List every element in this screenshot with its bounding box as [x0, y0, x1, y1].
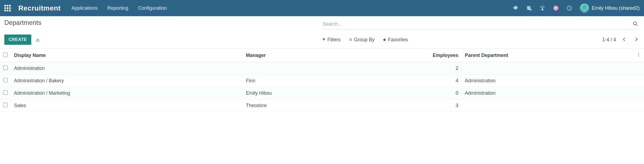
cell-manager [243, 62, 410, 75]
cell-parent-department [462, 100, 633, 112]
filter-bar: Filters Group By Favorites 1-4 / 4 [322, 36, 640, 44]
support-icon[interactable] [553, 5, 559, 11]
search-button[interactable] [632, 20, 639, 28]
favorites-dropdown[interactable]: Favorites [383, 37, 408, 43]
cell-display-name: Administration [11, 62, 243, 75]
star-icon [383, 38, 386, 42]
svg-point-11 [638, 56, 639, 56]
col-employees[interactable]: Employees [410, 49, 462, 62]
apps-menu-icon[interactable] [4, 5, 11, 11]
download-icon [35, 37, 40, 42]
pager-range: 1-4 / 4 [602, 37, 616, 43]
app-brand[interactable]: Recruitment [18, 4, 61, 12]
row-checkbox[interactable] [3, 90, 8, 95]
cell-parent-department: Administration [462, 75, 633, 87]
search-bar [322, 19, 640, 30]
nav-item-applications[interactable]: Applications [71, 5, 98, 11]
page-title: Departments [4, 19, 41, 26]
cell-display-name: Sales [11, 100, 243, 112]
cell-manager: Theodore [243, 100, 410, 112]
row-spacer [633, 100, 644, 112]
cell-employees: 0 [410, 87, 462, 100]
cell-employees: 3 [410, 100, 462, 112]
svg-point-0 [553, 6, 558, 11]
chevron-right-icon [634, 37, 639, 42]
cell-parent-department [462, 62, 633, 75]
avatar [580, 4, 589, 13]
table-row[interactable]: Administration / BakeryFinn4Administrati… [0, 75, 644, 87]
svg-point-4 [633, 22, 637, 25]
svg-line-5 [636, 25, 638, 26]
user-name: Emily Hibou (shared2) [592, 5, 640, 11]
cell-employees: 4 [410, 75, 462, 87]
bug-icon[interactable] [513, 5, 518, 11]
column-options[interactable] [633, 49, 644, 62]
create-button[interactable]: CREATE [4, 35, 31, 45]
control-bar: Departments CREATE Filters Group By Favo [0, 16, 644, 49]
row-spacer [633, 62, 644, 75]
row-select-cell [0, 62, 11, 75]
cell-manager: Emily Hibou [243, 87, 410, 100]
svg-point-1 [555, 7, 556, 8]
modules-icon[interactable] [539, 5, 545, 11]
chevron-left-icon [622, 37, 627, 42]
row-select-cell [0, 100, 11, 112]
cell-employees: 2 [410, 62, 462, 75]
group-by-label: Group By [354, 37, 375, 43]
list-icon [349, 38, 352, 42]
table-header-row: Display Name Manager Employees Parent De… [0, 49, 644, 62]
nav-menu: Applications Reporting Configuration [71, 5, 167, 11]
pager-next-button[interactable] [633, 36, 640, 44]
row-spacer [633, 87, 644, 100]
cell-parent-department: Administration [462, 87, 633, 100]
select-all-checkbox[interactable] [3, 53, 8, 57]
svg-point-2 [556, 7, 557, 8]
nav-item-configuration[interactable]: Configuration [138, 5, 167, 11]
filter-icon [322, 38, 326, 42]
download-button[interactable] [35, 37, 40, 43]
nav-item-reporting[interactable]: Reporting [107, 5, 128, 11]
filters-label: Filters [327, 37, 341, 43]
select-all-cell [0, 49, 11, 62]
col-display-name[interactable]: Display Name [11, 49, 243, 62]
row-checkbox[interactable] [3, 103, 8, 107]
top-navbar: Recruitment Applications Reporting Confi… [0, 0, 644, 16]
col-manager[interactable]: Manager [243, 49, 410, 62]
nav-left: Recruitment Applications Reporting Confi… [4, 4, 167, 12]
user-menu[interactable]: Emily Hibou (shared2) [580, 4, 640, 13]
col-parent-department[interactable]: Parent Department [462, 49, 633, 62]
conversations-icon[interactable] [526, 5, 532, 11]
row-spacer [633, 75, 644, 87]
svg-point-10 [638, 54, 639, 55]
row-checkbox[interactable] [3, 66, 8, 70]
kebab-icon [636, 53, 641, 57]
cell-display-name: Administration / Marketing [11, 87, 243, 100]
table-row[interactable]: Administration / MarketingEmily Hibou0Ad… [0, 87, 644, 100]
pager: 1-4 / 4 [602, 36, 640, 44]
table-row[interactable]: SalesTheodore3 [0, 100, 644, 112]
search-icon [633, 21, 638, 26]
row-select-cell [0, 75, 11, 87]
pager-prev-button[interactable] [621, 36, 628, 44]
cell-display-name: Administration / Bakery [11, 75, 243, 87]
filters-dropdown[interactable]: Filters [322, 37, 341, 43]
clock-icon[interactable] [566, 5, 572, 11]
nav-right: Emily Hibou (shared2) [513, 4, 640, 13]
svg-point-9 [638, 53, 639, 54]
favorites-label: Favorites [388, 37, 408, 43]
row-checkbox[interactable] [3, 78, 8, 82]
group-by-dropdown[interactable]: Group By [349, 37, 375, 43]
departments-table: Display Name Manager Employees Parent De… [0, 49, 644, 112]
table-row[interactable]: Administration2 [0, 62, 644, 75]
row-select-cell [0, 87, 11, 100]
cell-manager: Finn [243, 75, 410, 87]
search-input[interactable] [323, 21, 632, 27]
